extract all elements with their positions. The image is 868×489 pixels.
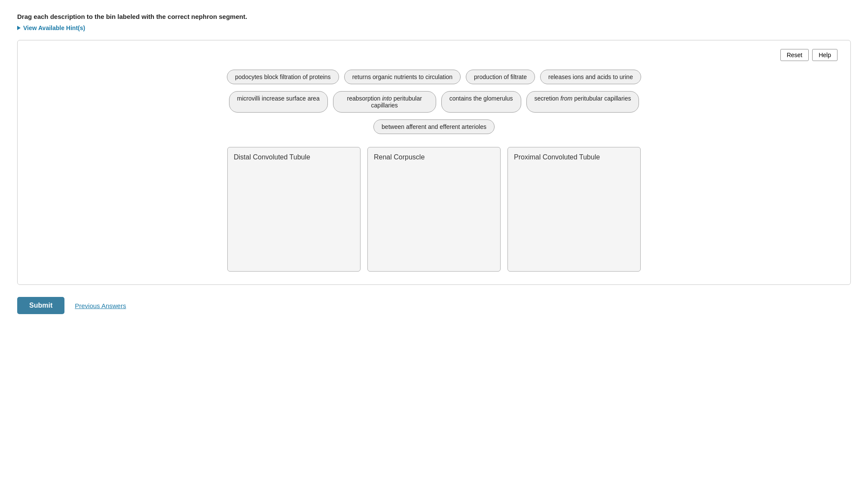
hint-arrow-icon	[17, 26, 21, 30]
drop-bin-renal[interactable]: Renal Corpuscle	[367, 147, 501, 272]
drop-bin-distal-label: Distal Convoluted Tubule	[234, 153, 354, 161]
submit-button[interactable]: Submit	[17, 297, 64, 314]
main-container: Reset Help podocytes block filtration of…	[17, 40, 851, 285]
drag-row-1: podocytes block filtration of proteins r…	[227, 70, 641, 84]
drag-area: podocytes block filtration of proteins r…	[31, 70, 837, 134]
drop-bins-container: Distal Convoluted Tubule Renal Corpuscle…	[31, 147, 837, 272]
drop-bin-proximal-label: Proximal Convoluted Tubule	[514, 153, 634, 161]
drag-item-4[interactable]: releases ions and acids to urine	[540, 70, 641, 84]
drag-item-3[interactable]: production of filtrate	[466, 70, 535, 84]
drag-item-5[interactable]: microvilli increase surface area	[229, 91, 328, 113]
drag-item-7[interactable]: contains the glomerulus	[441, 91, 521, 113]
previous-answers-link[interactable]: Previous Answers	[75, 302, 126, 309]
drag-item-6[interactable]: reabsorption into peritubular capillarie…	[333, 91, 436, 113]
instruction-text: Drag each description to the bin labeled…	[17, 13, 851, 20]
drag-item-8[interactable]: secretion from peritubular capillaries	[526, 91, 639, 113]
drag-row-2: microvilli increase surface area reabsor…	[229, 91, 639, 113]
drag-item-2[interactable]: returns organic nutrients to circulation	[344, 70, 461, 84]
top-buttons: Reset Help	[31, 49, 837, 61]
drag-item-1[interactable]: podocytes block filtration of proteins	[227, 70, 339, 84]
hint-label: View Available Hint(s)	[23, 24, 85, 31]
reset-button[interactable]: Reset	[780, 49, 809, 61]
drop-bin-distal[interactable]: Distal Convoluted Tubule	[227, 147, 361, 272]
help-button[interactable]: Help	[812, 49, 837, 61]
drop-bin-renal-label: Renal Corpuscle	[374, 153, 494, 161]
drag-row-3: between afferent and efferent arterioles	[373, 119, 495, 134]
drag-item-9[interactable]: between afferent and efferent arterioles	[373, 119, 495, 134]
bottom-actions: Submit Previous Answers	[17, 297, 851, 314]
hint-link[interactable]: View Available Hint(s)	[17, 24, 851, 31]
drop-bin-proximal[interactable]: Proximal Convoluted Tubule	[507, 147, 641, 272]
